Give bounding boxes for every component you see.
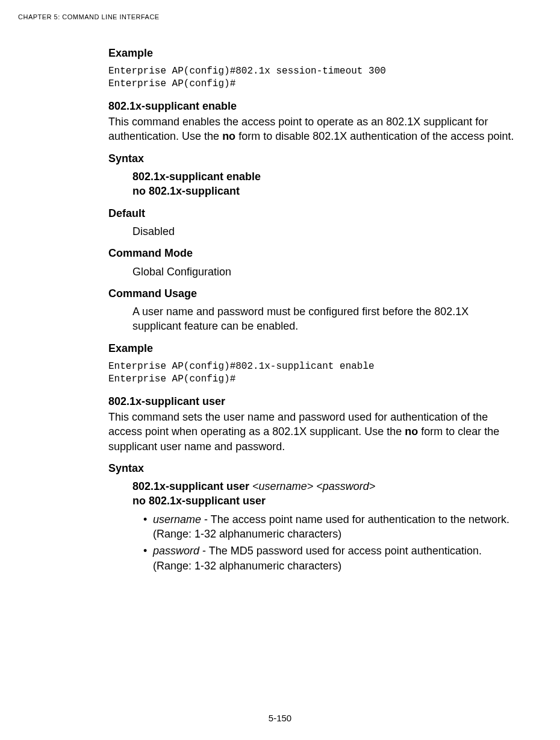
syntax-italic-part: <username> <password> — [252, 480, 375, 492]
command-title-supplicant-user: 802.1x-supplicant user — [108, 394, 515, 409]
desc-bold-1: no — [222, 130, 235, 142]
syntax-heading-2: Syntax — [108, 461, 515, 475]
param-name-username: username — [153, 513, 201, 525]
command-mode-heading: Command Mode — [108, 246, 515, 260]
command-description-1: This command enables the access point to… — [108, 114, 515, 144]
syntax-bold-part: 802.1x-supplicant user — [132, 480, 252, 492]
chapter-header: CHAPTER 5: COMMAND LINE INTERFACE — [0, 0, 560, 20]
command-usage-heading: Command Usage — [108, 286, 515, 301]
syntax-line-1a: 802.1x-supplicant enable — [132, 169, 515, 184]
command-description-2: This command sets the user name and pass… — [108, 410, 515, 454]
default-value: Disabled — [108, 224, 515, 239]
default-heading: Default — [108, 206, 515, 221]
desc-bold-2: no — [405, 425, 418, 437]
param-desc-password: - The MD5 password used for access point… — [153, 545, 482, 571]
syntax-block-1: 802.1x-supplicant enable no 802.1x-suppl… — [108, 169, 515, 199]
parameter-password: password - The MD5 password used for acc… — [143, 544, 515, 573]
example-heading-2: Example — [108, 341, 515, 356]
example-heading-1: Example — [108, 46, 515, 60]
parameter-username: username - The access point name used fo… — [143, 512, 515, 542]
code-block-1: Enterprise AP(config)#802.1x session-tim… — [108, 65, 515, 90]
syntax-line-2b: no 802.1x-supplicant user — [132, 494, 515, 508]
command-usage-text: A user name and password must be configu… — [108, 304, 515, 334]
param-desc-username: - The access point name used for authent… — [153, 513, 509, 540]
syntax-line-1b: no 802.1x-supplicant — [132, 184, 515, 198]
parameter-list: username - The access point name used fo… — [108, 512, 515, 573]
page-footer: 5-150 — [0, 713, 560, 723]
syntax-heading-1: Syntax — [108, 151, 515, 166]
syntax-line-2a: 802.1x-supplicant user <username> <passw… — [132, 479, 515, 494]
param-name-password: password — [153, 545, 199, 557]
code-block-2: Enterprise AP(config)#802.1x-supplicant … — [108, 360, 515, 386]
syntax-block-2: 802.1x-supplicant user <username> <passw… — [108, 479, 515, 509]
command-title-supplicant-enable: 802.1x-supplicant enable — [108, 99, 515, 113]
desc-post-1: form to disable 802.1X authentication of… — [235, 130, 514, 142]
command-mode-value: Global Configuration — [108, 265, 515, 279]
page-content: Example Enterprise AP(config)#802.1x ses… — [0, 20, 560, 573]
